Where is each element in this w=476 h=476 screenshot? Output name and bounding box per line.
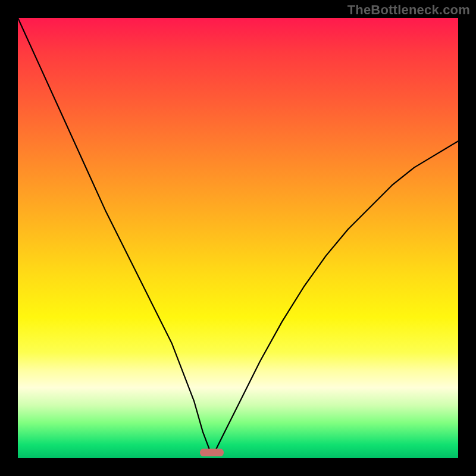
minimum-marker (200, 449, 224, 456)
chart-frame: TheBottleneck.com (0, 0, 476, 476)
bottleneck-curve (18, 18, 458, 458)
plot-area (18, 18, 458, 458)
watermark-text: TheBottleneck.com (347, 2, 470, 18)
